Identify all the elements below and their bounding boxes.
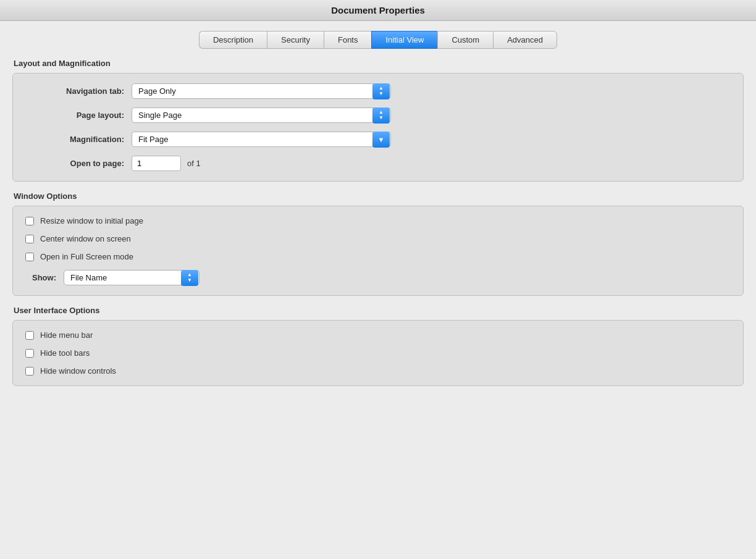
- magnification-container: Fit Page Fit Width Fit Visible Default 2…: [132, 132, 391, 147]
- page-layout-label: Page layout:: [25, 111, 124, 120]
- center-window-label: Center window on screen: [40, 234, 131, 243]
- window-section-box: Resize window to initial page Center win…: [12, 206, 744, 296]
- navigation-tab-select[interactable]: Page Only Bookmarks Panel and Page Pages…: [132, 83, 391, 99]
- tab-bar: Description Security Fonts Initial View …: [12, 31, 744, 49]
- tab-security[interactable]: Security: [267, 31, 324, 49]
- show-select[interactable]: File Name Document Title: [64, 270, 200, 285]
- window-title: Document Properties: [10, 5, 746, 15]
- main-content: Description Security Fonts Initial View …: [0, 21, 756, 559]
- show-label: Show:: [25, 273, 56, 282]
- show-row: Show: File Name Document Title ▲ ▼: [25, 270, 731, 285]
- resize-window-label: Resize window to initial page: [40, 216, 143, 225]
- of-text: of 1: [187, 159, 201, 168]
- hide-toolbar-checkbox[interactable]: [25, 349, 34, 358]
- open-to-page-input[interactable]: [132, 156, 181, 171]
- hide-window-controls-label: Hide window controls: [40, 366, 116, 376]
- window-section-label: Window Options: [14, 191, 744, 201]
- page-layout-row: Page layout: Single Page Single Page Con…: [25, 107, 731, 123]
- magnification-label: Magnification:: [25, 135, 124, 144]
- navigation-tab-row: Navigation tab: Page Only Bookmarks Pane…: [25, 83, 731, 99]
- tab-initial-view[interactable]: Initial View: [371, 31, 437, 49]
- resize-window-checkbox[interactable]: [25, 217, 34, 225]
- fullscreen-checkbox[interactable]: [25, 253, 34, 261]
- open-to-page-label: Open to page:: [25, 159, 124, 168]
- hide-toolbar-row: Hide tool bars: [25, 348, 731, 358]
- layout-section-label: Layout and Magnification: [14, 59, 744, 68]
- center-window-checkbox[interactable]: [25, 235, 34, 243]
- hide-toolbar-label: Hide tool bars: [40, 348, 90, 358]
- page-layout-select[interactable]: Single Page Single Page Continuous Two-U…: [132, 107, 391, 123]
- hide-window-controls-row: Hide window controls: [25, 366, 731, 376]
- tab-fonts[interactable]: Fonts: [324, 31, 372, 49]
- fullscreen-row: Open in Full Screen mode: [25, 252, 731, 261]
- hide-menu-row: Hide menu bar: [25, 330, 731, 340]
- title-bar: Document Properties: [0, 0, 756, 21]
- tab-description[interactable]: Description: [199, 31, 267, 49]
- tab-custom[interactable]: Custom: [437, 31, 493, 49]
- navigation-tab-container: Page Only Bookmarks Panel and Page Pages…: [132, 83, 391, 99]
- hide-menu-label: Hide menu bar: [40, 330, 93, 340]
- fullscreen-label: Open in Full Screen mode: [40, 252, 133, 261]
- hide-menu-checkbox[interactable]: [25, 331, 34, 340]
- tab-advanced[interactable]: Advanced: [493, 31, 557, 49]
- resize-window-row: Resize window to initial page: [25, 216, 731, 225]
- layout-section-box: Navigation tab: Page Only Bookmarks Pane…: [12, 73, 744, 182]
- hide-window-controls-checkbox[interactable]: [25, 367, 34, 376]
- magnification-select[interactable]: Fit Page Fit Width Fit Visible Default 2…: [132, 132, 391, 147]
- page-layout-container: Single Page Single Page Continuous Two-U…: [132, 107, 391, 123]
- show-container: File Name Document Title ▲ ▼: [64, 270, 200, 285]
- navigation-tab-label: Navigation tab:: [25, 86, 124, 96]
- magnification-row: Magnification: Fit Page Fit Width Fit Vi…: [25, 132, 731, 147]
- ui-section-label: User Interface Options: [14, 306, 744, 315]
- open-to-page-row: Open to page: of 1: [25, 156, 731, 171]
- ui-section-box: Hide menu bar Hide tool bars Hide window…: [12, 320, 744, 386]
- center-window-row: Center window on screen: [25, 234, 731, 243]
